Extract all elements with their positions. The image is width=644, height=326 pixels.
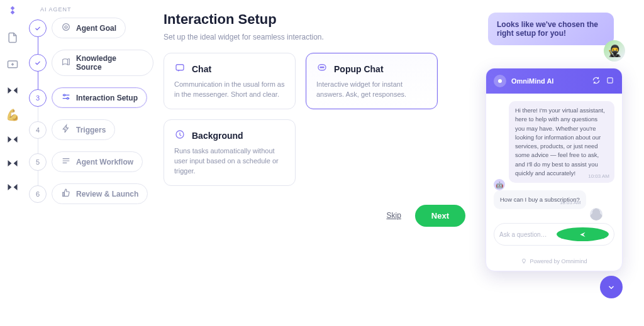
user-time: 10:03 AM	[560, 199, 581, 207]
bolt-icon	[61, 124, 71, 136]
document-icon[interactable]	[6, 31, 19, 46]
bowtie-icon-4[interactable]	[6, 181, 19, 193]
step-interaction-setup[interactable]: 3 Interaction Setup	[29, 87, 153, 108]
logo-icon	[6, 5, 19, 20]
composer-placeholder: Ask a question…	[499, 231, 552, 238]
book-icon	[61, 57, 71, 69]
step-label: Interaction Setup	[76, 94, 138, 102]
step-label: Review & Launch	[76, 190, 138, 198]
user-avatar-icon	[590, 208, 602, 220]
widget-logo-icon	[494, 75, 506, 87]
bowtie-icon-2[interactable]	[6, 133, 19, 146]
step-knowledge-source[interactable]: Knowledge Source	[29, 50, 153, 76]
svg-point-11	[498, 79, 502, 83]
svg-point-8	[321, 67, 323, 68]
assistant-avatar: 🥷	[604, 40, 625, 62]
svg-point-3	[64, 94, 65, 96]
svg-point-2	[65, 26, 67, 28]
page-subtitle: Set up the ideal widget for seamless int…	[164, 33, 465, 41]
svg-rect-6	[318, 65, 326, 70]
card-desc: Runs tasks automatically without user in…	[174, 146, 285, 177]
workflow-icon	[61, 156, 71, 168]
step-agent-goal[interactable]: Agent Goal	[29, 18, 153, 38]
collapse-fab[interactable]	[600, 276, 623, 298]
send-button[interactable]	[557, 227, 609, 241]
sliders-icon	[61, 92, 71, 104]
thumbs-up-icon	[61, 188, 71, 200]
bot-time: 10:03 AM	[588, 173, 609, 180]
widget-title: OmniMind AI	[511, 77, 553, 85]
bot-avatar-icon: 🤖	[494, 179, 505, 190]
card-desc: Interactive widget for instant answers. …	[316, 80, 427, 100]
next-button[interactable]: Next	[415, 205, 465, 227]
card-background[interactable]: Background Runs tasks automatically with…	[164, 119, 296, 186]
sidebar-title: AI AGENT	[40, 6, 153, 13]
skip-link[interactable]: Skip	[386, 211, 401, 220]
popup-icon	[316, 62, 328, 76]
svg-point-7	[320, 67, 321, 68]
svg-point-9	[323, 67, 325, 68]
card-title: Popup Chat	[334, 64, 384, 74]
svg-rect-12	[608, 78, 613, 83]
step-label: Knowledge Source	[76, 54, 144, 72]
user-message: How can I buy a subscription? 10:03 AM	[494, 190, 586, 209]
expand-icon[interactable]	[606, 76, 614, 86]
card-popup-chat[interactable]: Popup Chat Interactive widget for instan…	[306, 53, 438, 109]
widget-header: OmniMind AI	[486, 68, 622, 94]
step-label: Agent Workflow	[76, 158, 133, 166]
bot-message: Hi there! I'm your virtual assistant, he…	[509, 101, 614, 183]
nav-rail: 💪	[0, 0, 25, 326]
step-label: Agent Goal	[76, 24, 116, 33]
svg-rect-5	[176, 65, 184, 70]
powered-by: Powered by Omnimind	[486, 253, 622, 271]
main-panel: Interaction Setup Set up the ideal widge…	[164, 11, 465, 227]
step-agent-workflow[interactable]: 5 Agent Workflow	[29, 151, 153, 172]
page-title: Interaction Setup	[164, 11, 465, 28]
bowtie-icon-3[interactable]	[6, 157, 19, 170]
svg-point-1	[63, 24, 70, 31]
card-chat[interactable]: Chat Communication in the usual form as …	[164, 53, 296, 109]
svg-point-4	[67, 97, 69, 99]
step-label: Triggers	[76, 126, 106, 134]
step-review-launch[interactable]: 6 Review & Launch	[29, 183, 153, 204]
composer[interactable]: Ask a question…	[494, 223, 614, 246]
refresh-icon[interactable]	[592, 76, 601, 86]
chat-icon	[174, 62, 186, 76]
card-desc: Communication in the usual form as in th…	[174, 80, 285, 100]
card-title: Background	[192, 131, 243, 141]
chat-widget-preview: OmniMind AI 🤖 Hi there! I'm your virtual…	[486, 68, 623, 271]
add-folder-icon[interactable]	[6, 58, 19, 73]
step-triggers[interactable]: 4 Triggers	[29, 119, 153, 140]
muscle-icon[interactable]: 💪	[6, 108, 19, 122]
target-icon	[61, 22, 71, 34]
tooltip: Looks like we've chosen the right setup …	[488, 13, 614, 45]
bowtie-icon-1[interactable]	[6, 84, 19, 97]
sidebar: AI AGENT Agent Goal Knowledge Source 3 I…	[25, 0, 157, 222]
card-title: Chat	[192, 64, 211, 74]
background-icon	[174, 129, 186, 143]
